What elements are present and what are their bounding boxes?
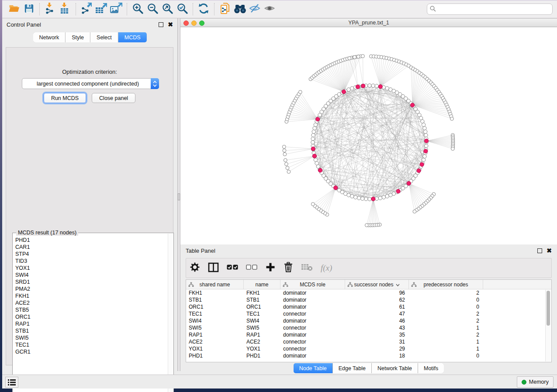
column-header-successor-nodes[interactable]: successor nodes — [345, 280, 409, 289]
zoom-in-button[interactable] — [130, 2, 145, 16]
hide-selected-icon — [249, 3, 261, 16]
table-tabs: Node TableEdge TableNetwork TableMotifs — [294, 363, 444, 373]
column-header-MCDS-role[interactable]: MCDS role — [280, 280, 345, 289]
table-scrollbar-thumb[interactable] — [547, 291, 550, 326]
tab-style[interactable]: Style — [66, 32, 90, 42]
table-row[interactable]: TEC1 TEC1 connector 47 2 — [186, 310, 551, 317]
table-row[interactable]: YOX1 YOX1 connector 29 1 — [186, 345, 551, 352]
result-node-item[interactable]: STP4 — [13, 251, 168, 258]
select-all-button[interactable] — [227, 261, 238, 275]
delete-button[interactable] — [284, 261, 293, 275]
result-node-item[interactable]: SRD1 — [13, 279, 168, 285]
task-history-button[interactable] — [5, 377, 18, 388]
tab-network-table[interactable]: Network Table — [372, 363, 418, 373]
control-panel-close-button[interactable]: ✖ — [168, 22, 173, 27]
table-row[interactable]: RAP1 RAP1 dominator 35 2 — [186, 331, 551, 338]
export-image-button[interactable] — [109, 2, 124, 16]
sort-chevron-icon[interactable] — [396, 282, 400, 288]
import-table-button[interactable] — [58, 2, 73, 16]
table-panel-close-button[interactable]: ✖ — [547, 248, 552, 253]
result-node-item[interactable]: STB1 — [13, 327, 168, 334]
function-builder-icon: f(x) — [321, 263, 332, 273]
table-row[interactable]: SWI5 SWI5 connector 43 1 — [186, 324, 551, 331]
refresh-button[interactable] — [196, 2, 211, 16]
show-all-icon — [263, 3, 276, 16]
table-toolbar: f(x) — [186, 258, 552, 278]
result-node-item[interactable]: SWI4 — [13, 272, 168, 279]
zoom-out-button[interactable] — [145, 2, 160, 16]
table-row[interactable]: SWI4 SWI4 dominator 46 2 — [186, 317, 551, 324]
result-node-item[interactable]: PHD1 — [13, 237, 168, 244]
delete-icon — [284, 262, 293, 274]
result-node-item[interactable]: TEC1 — [13, 341, 168, 348]
result-node-item[interactable]: YOX1 — [13, 265, 168, 272]
export-table-button[interactable] — [94, 2, 109, 16]
result-node-item[interactable]: TID3 — [13, 258, 168, 265]
show-column-panel-button[interactable] — [208, 261, 219, 275]
tab-mcds[interactable]: MCDS — [118, 32, 147, 42]
tab-select[interactable]: Select — [90, 32, 118, 42]
optimization-criterion-select[interactable]: largest connected component (undirected) — [22, 78, 159, 89]
table-panel-title: Table Panel — [186, 248, 215, 254]
control-panel-float-button[interactable] — [159, 22, 163, 27]
zoom-out-icon — [147, 3, 159, 16]
memory-button[interactable]: Memory — [517, 376, 554, 388]
add-button[interactable] — [265, 261, 276, 275]
add-icon — [265, 262, 276, 274]
zoom-selected-button[interactable] — [175, 2, 190, 16]
result-node-item[interactable]: PMA2 — [13, 285, 168, 292]
hide-selected-button[interactable] — [247, 2, 262, 16]
export-network-button[interactable] — [79, 2, 94, 16]
save-session-button[interactable] — [21, 2, 36, 16]
run-mcds-button[interactable]: Run MCDS — [44, 93, 86, 103]
mcds-result-list[interactable]: PHD1CAR1STP4TID3YOX1SWI4SRD1PMA2FKH1ACE2… — [13, 237, 168, 392]
network-window-titlebar[interactable]: YPA_prune.txt_1 — [180, 18, 557, 27]
open-file-button[interactable] — [7, 2, 21, 16]
table-row[interactable]: PHD1 PHD1 dominator 18 0 — [186, 352, 551, 359]
import-network-icon — [44, 3, 56, 16]
result-node-item[interactable]: CAR1 — [13, 244, 168, 251]
close-panel-button[interactable]: Close panel — [92, 93, 135, 103]
table-row[interactable]: ORC1 ORC1 dominator 61 0 — [186, 303, 551, 310]
main-toolbar — [2, 0, 557, 18]
tab-motifs[interactable]: Motifs — [418, 363, 444, 373]
result-node-item[interactable]: ACE2 — [13, 299, 168, 306]
mcds-result-scrollbar[interactable] — [168, 234, 173, 392]
result-node-item[interactable]: SWI5 — [13, 334, 168, 341]
export-image-icon — [110, 3, 123, 16]
control-panel: Control Panel ✖ NetworkStyleSelectMCDS O… — [2, 18, 178, 371]
network-canvas[interactable] — [180, 28, 557, 244]
zoom-fit-button[interactable] — [160, 2, 175, 16]
column-header-shared-name[interactable]: shared name — [186, 280, 244, 289]
window-minimize-icon[interactable] — [191, 21, 197, 26]
show-all-button[interactable] — [262, 2, 277, 16]
optimization-criterion-value: largest connected component (undirected) — [22, 81, 151, 87]
deselect-all-icon — [246, 264, 257, 272]
column-header-name[interactable]: name — [244, 280, 280, 289]
result-node-item[interactable]: GCR1 — [13, 348, 168, 355]
result-node-item[interactable]: FKH1 — [13, 292, 168, 299]
result-node-item[interactable]: ORC1 — [13, 313, 168, 320]
tab-edge-table[interactable]: Edge Table — [333, 363, 372, 373]
table-row[interactable]: FKH1 FKH1 dominator 96 2 — [186, 289, 551, 296]
column-header-predecessor-nodes[interactable]: predecessor nodes — [409, 280, 483, 289]
result-node-item[interactable]: RAP1 — [13, 320, 168, 327]
table-settings-button[interactable] — [190, 261, 200, 275]
import-network-button[interactable] — [43, 2, 58, 16]
hierarchy-icon — [411, 282, 417, 289]
result-node-item[interactable]: STB5 — [13, 306, 168, 313]
duplicate-network-button[interactable] — [218, 2, 232, 16]
zoom-in-icon — [132, 3, 144, 16]
deselect-all-button[interactable] — [246, 261, 257, 275]
window-close-icon[interactable] — [183, 21, 189, 26]
search-input[interactable] — [427, 3, 553, 15]
table-row[interactable]: STB1 STB1 dominator 62 0 — [186, 296, 551, 303]
table-row[interactable]: ACE2 ACE2 connector 31 1 — [186, 338, 551, 345]
tab-node-table[interactable]: Node Table — [294, 363, 333, 373]
first-neighbors-button[interactable] — [232, 2, 247, 16]
splitter-handle-icon[interactable] — [177, 193, 180, 200]
table-panel-float-button[interactable] — [537, 248, 542, 253]
tab-network[interactable]: Network — [33, 32, 66, 42]
table-scrollbar[interactable] — [545, 290, 551, 361]
window-zoom-icon[interactable] — [199, 21, 204, 26]
